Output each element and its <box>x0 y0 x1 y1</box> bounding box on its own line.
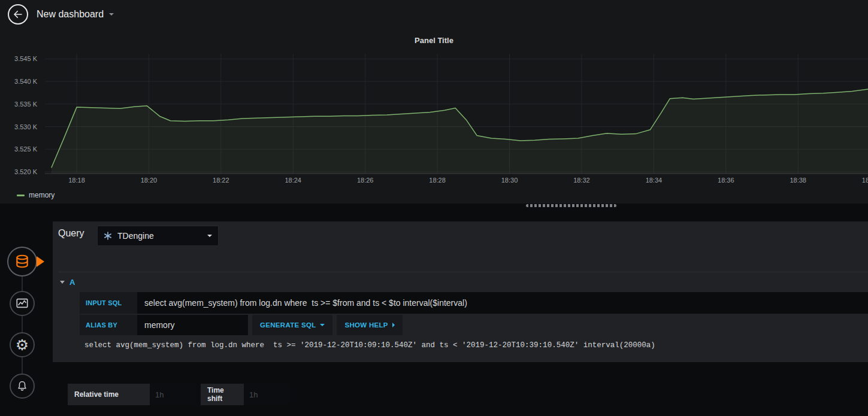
generate-sql-label: GENERATE SQL <box>260 321 316 329</box>
back-button[interactable] <box>8 4 28 25</box>
input-sql-row: INPUT SQL <box>80 292 868 314</box>
x-tick-label: 18:26 <box>357 177 374 184</box>
y-tick-label: 3.525 K <box>14 145 38 153</box>
x-tick-label: 18:20 <box>141 177 158 184</box>
horizontal-scrollbar[interactable] <box>526 204 616 207</box>
x-tick-label: 18:30 <box>501 177 518 184</box>
x-tick-label: 18:38 <box>790 177 806 184</box>
grafana-dashboard: New dashboard Panel Title 18:1818:2018:2… <box>0 0 868 416</box>
x-tick-label: 18:22 <box>213 177 229 184</box>
relative-time-field[interactable] <box>150 384 196 405</box>
query-editor-panel: Query TDengine A INPUT SQL <box>53 221 868 362</box>
x-tick-label: 18:34 <box>646 177 663 184</box>
tdengine-logo-icon <box>104 232 112 240</box>
x-tick-label: 18:18 <box>68 177 85 184</box>
chart-icon <box>16 297 29 310</box>
relative-time-label: Relative time <box>68 384 150 405</box>
query-heading: Query <box>58 228 84 239</box>
dashboard-title: New dashboard <box>37 9 104 20</box>
x-tick-label: 18:40 <box>862 177 868 184</box>
time-shift-label: Time shift <box>201 384 244 405</box>
gear-icon: ⚙ <box>16 338 29 353</box>
time-shift-field[interactable] <box>244 384 289 405</box>
x-tick-label: 18:24 <box>285 177 301 184</box>
x-tick-label: 18:28 <box>429 177 446 184</box>
dashboard-title-menu[interactable]: New dashboard <box>37 0 114 29</box>
bell-icon <box>16 380 28 392</box>
legend-series-color[interactable] <box>17 195 25 196</box>
query-row-toggle[interactable]: A <box>60 275 75 289</box>
show-help-button[interactable]: SHOW HELP <box>337 315 402 335</box>
datasource-picker[interactable]: TDengine <box>97 226 219 246</box>
active-tab-arrow-icon <box>37 256 44 267</box>
generated-sql-text: select avg(mem_system) from log.dn where… <box>84 341 655 350</box>
y-tick-label: 3.545 K <box>14 55 38 62</box>
query-ref-id: A <box>69 278 75 287</box>
query-options-row: Relative time Time shift <box>68 384 289 405</box>
topbar: New dashboard <box>0 0 868 29</box>
generate-sql-button[interactable]: GENERATE SQL <box>252 315 332 335</box>
input-sql-field[interactable] <box>137 292 868 314</box>
arrow-left-icon <box>13 9 23 20</box>
query-row-divider <box>58 272 868 272</box>
x-tick-label: 18:32 <box>573 177 590 184</box>
show-help-label: SHOW HELP <box>344 321 388 329</box>
y-tick-label: 3.540 K <box>14 78 38 85</box>
alias-by-label: ALIAS BY <box>80 315 137 335</box>
datasource-name: TDengine <box>117 231 154 241</box>
legend: memory <box>17 191 55 199</box>
spacer <box>196 384 201 405</box>
y-tick-label: 3.530 K <box>14 123 38 130</box>
tab-general-settings[interactable]: ⚙ <box>10 332 35 357</box>
chevron-right-icon <box>392 323 395 327</box>
y-tick-label: 3.520 K <box>14 168 38 175</box>
database-icon <box>14 254 30 269</box>
alias-by-row: ALIAS BY GENERATE SQL SHOW HELP <box>80 315 868 335</box>
series-area <box>52 89 868 174</box>
graph-panel: Panel Title 18:1818:2018:2218:2418:2618:… <box>0 29 868 204</box>
tab-alert[interactable] <box>10 374 35 399</box>
y-tick-label: 3.535 K <box>14 101 38 108</box>
chevron-down-icon <box>320 324 325 326</box>
chart-svg[interactable]: 18:1818:2018:2218:2418:2618:2818:3018:32… <box>0 29 868 204</box>
collapse-caret-icon <box>60 281 65 284</box>
chevron-down-icon <box>109 13 114 16</box>
input-sql-label: INPUT SQL <box>80 292 137 314</box>
x-tick-label: 18:36 <box>718 177 734 184</box>
legend-series-label[interactable]: memory <box>29 191 55 199</box>
alias-by-field[interactable] <box>137 315 248 335</box>
tab-queries[interactable] <box>7 247 37 277</box>
tab-visualization[interactable] <box>10 291 35 316</box>
chevron-down-icon <box>207 235 212 237</box>
